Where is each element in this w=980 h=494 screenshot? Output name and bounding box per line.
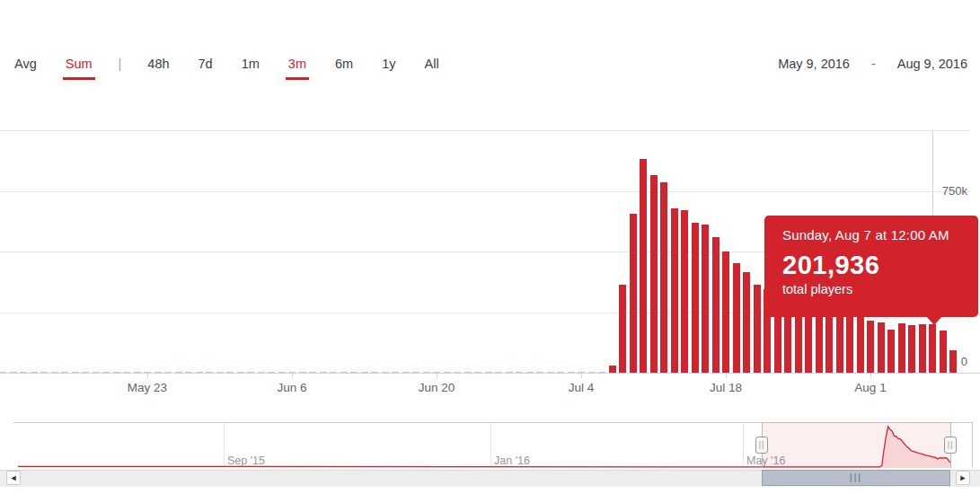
thumb-grip-icon: |||	[763, 471, 949, 485]
chart-bar[interactable]	[619, 285, 626, 373]
scroll-right-icon: ►	[959, 473, 967, 482]
chart-tooltip: Sunday, Aug 7 at 12:00 AM 201,936 total …	[764, 216, 978, 317]
tooltip-value: 201,936	[782, 251, 978, 280]
chart-bar[interactable]	[692, 223, 699, 373]
chart-bar[interactable]	[722, 251, 729, 373]
tooltip-date: Sunday, Aug 7 at 12:00 AM	[782, 227, 978, 243]
x-axis-label: Jul 4	[545, 381, 617, 394]
chart-bar[interactable]	[681, 210, 688, 373]
x-axis-label: May 23	[111, 381, 183, 394]
scroll-left-icon: ◄	[10, 473, 18, 482]
navigator-left-handle[interactable]: ||	[755, 437, 768, 454]
navigator-right-handle[interactable]: ||	[944, 437, 957, 454]
chart-bar[interactable]	[887, 330, 895, 373]
chart-bar[interactable]	[743, 272, 750, 373]
chart-bar[interactable]	[702, 225, 709, 373]
range-navigator[interactable]: Sep '15Jan '16May '16 || ||	[0, 422, 980, 468]
x-axis-tick	[726, 374, 727, 378]
chart-bar[interactable]	[878, 322, 885, 373]
scrollbar-thumb[interactable]: |||	[762, 470, 950, 486]
y-axis-label: 0	[905, 356, 967, 368]
chart-bar[interactable]	[660, 182, 667, 373]
x-axis-tick	[581, 374, 582, 378]
handle-grip-icon: ||	[948, 440, 954, 449]
x-axis-label: Aug 1	[834, 381, 906, 394]
x-axis-label: Jun 20	[401, 381, 472, 394]
y-axis-label: 750k	[905, 185, 967, 198]
chart-bar[interactable]	[640, 159, 647, 373]
chart-bar[interactable]	[733, 263, 740, 373]
chart-bar[interactable]	[650, 175, 658, 373]
chart-bar[interactable]	[712, 237, 720, 373]
chart-bar[interactable]	[630, 214, 637, 373]
x-axis-tick	[870, 374, 871, 378]
chart-bar[interactable]	[836, 312, 843, 373]
chart-bar[interactable]	[867, 321, 874, 373]
chart-bar[interactable]	[671, 208, 678, 373]
tooltip-series-label: total players	[782, 282, 978, 296]
scroll-left-button[interactable]: ◄	[6, 471, 21, 485]
x-axis-tick	[147, 374, 148, 378]
chart-bar[interactable]	[857, 317, 864, 373]
chart-bar[interactable]	[754, 285, 761, 373]
players-bar-chart: 750k0 May 23Jun 6Jun 20Jul 4Jul 18Aug 1	[0, 0, 980, 422]
navigator-selected-range[interactable]	[762, 422, 950, 468]
horizontal-scrollbar: ◄ ||| ►	[0, 469, 980, 487]
handle-grip-icon: ||	[759, 440, 765, 449]
chart-bar[interactable]	[825, 309, 833, 373]
x-axis-label: Jul 18	[690, 381, 762, 394]
x-axis-tick	[292, 374, 293, 378]
player-chart-app: Avg Sum | 48h 7d 1m 3m 6m 1y All May 9, …	[0, 0, 980, 494]
scroll-right-button[interactable]: ►	[956, 471, 970, 485]
chart-bar[interactable]	[846, 314, 853, 373]
x-axis-tick	[437, 374, 437, 378]
tooltip-pointer	[926, 316, 942, 325]
chart-bar[interactable]	[609, 366, 616, 373]
x-axis-label: Jun 6	[256, 381, 328, 394]
